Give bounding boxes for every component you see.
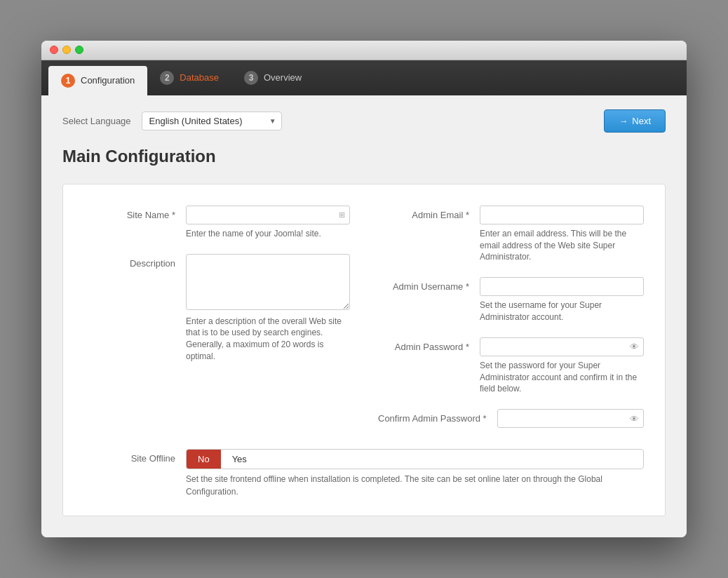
site-offline-label: Site Offline — [84, 449, 175, 464]
tab-configuration-label: Configuration — [81, 75, 135, 86]
description-textarea[interactable] — [186, 254, 350, 310]
site-name-row: Site Name * ⊞ Enter the name of your Joo… — [84, 206, 350, 240]
description-row: Description Enter a description of the o… — [84, 254, 350, 363]
password-reveal-icon[interactable]: 👁 — [630, 342, 639, 352]
admin-password-group: Admin Password * 👁 Set the password for … — [378, 337, 644, 395]
admin-email-input[interactable] — [480, 206, 644, 224]
admin-password-row: Admin Password * 👁 Set the password for … — [378, 337, 644, 395]
admin-email-label: Admin Email * — [378, 206, 469, 220]
admin-username-label: Admin Username * — [378, 277, 469, 292]
tabs-bar: 1 Configuration 2 Database 3 Overview — [41, 60, 687, 95]
form-grid: Site Name * ⊞ Enter the name of your Joo… — [84, 206, 644, 442]
confirm-password-input-wrapper: 👁 — [497, 409, 644, 428]
site-name-content: ⊞ Enter the name of your Joomla! site. — [186, 206, 350, 240]
tab-configuration[interactable]: 1 Configuration — [48, 66, 147, 95]
admin-password-input[interactable] — [480, 337, 644, 356]
confirm-password-reveal-icon[interactable]: 👁 — [630, 413, 639, 424]
close-button[interactable] — [50, 46, 58, 54]
site-name-group: Site Name * ⊞ Enter the name of your Joo… — [84, 206, 350, 240]
offline-yes-button[interactable]: Yes — [221, 450, 258, 469]
admin-password-hint: Set the password for your Super Administ… — [480, 360, 644, 395]
maximize-button[interactable] — [75, 46, 83, 54]
confirm-password-row: Confirm Admin Password * 👁 — [378, 409, 644, 428]
form-section: Site Name * ⊞ Enter the name of your Joo… — [62, 184, 666, 516]
admin-username-input[interactable] — [480, 277, 644, 296]
right-column: Admin Email * Enter an email address. Th… — [378, 206, 644, 442]
admin-password-content: 👁 Set the password for your Super Admini… — [480, 337, 644, 395]
next-arrow: → — [619, 116, 628, 126]
language-bar: Select Language English (United States) … — [62, 109, 666, 133]
offline-no-button[interactable]: No — [187, 450, 221, 469]
minimize-button[interactable] — [62, 46, 71, 54]
admin-username-hint: Set the username for your Super Administ… — [480, 300, 644, 323]
language-select-wrapper[interactable]: English (United States) — [142, 112, 282, 130]
site-name-input[interactable] — [186, 206, 350, 224]
admin-username-content: Set the username for your Super Administ… — [480, 277, 644, 323]
site-name-label: Site Name * — [84, 206, 175, 220]
traffic-lights — [50, 46, 83, 54]
tab-overview-number: 3 — [244, 71, 258, 85]
confirm-password-content: 👁 — [497, 409, 644, 428]
admin-username-row: Admin Username * Set the username for yo… — [378, 277, 644, 323]
content-area: Select Language English (United States) … — [41, 95, 687, 537]
confirm-password-label: Confirm Admin Password * — [378, 409, 487, 424]
confirm-password-input[interactable] — [497, 409, 644, 428]
site-offline-controls: No Yes Set the site frontend offline whe… — [186, 449, 644, 498]
admin-password-label: Admin Password * — [378, 337, 469, 352]
left-column: Site Name * ⊞ Enter the name of your Joo… — [84, 206, 350, 442]
language-label: Select Language — [62, 116, 131, 126]
confirm-password-group: Confirm Admin Password * 👁 — [378, 409, 644, 428]
site-name-icon: ⊞ — [339, 210, 345, 220]
next-button[interactable]: → Next — [604, 109, 666, 133]
next-label: Next — [632, 116, 651, 126]
language-select[interactable]: English (United States) — [142, 112, 282, 130]
main-window: 1 Configuration 2 Database 3 Overview Se… — [41, 41, 687, 537]
admin-email-hint: Enter an email address. This will be the… — [480, 228, 644, 263]
admin-email-group: Admin Email * Enter an email address. Th… — [378, 206, 644, 263]
page-title: Main Configuration — [62, 147, 666, 166]
tab-database-number: 2 — [160, 71, 174, 85]
tab-database[interactable]: 2 Database — [147, 60, 231, 95]
description-hint: Enter a description of the overall Web s… — [186, 316, 350, 363]
offline-toggle-group: No Yes — [186, 449, 644, 469]
admin-password-input-wrapper: 👁 — [480, 337, 644, 356]
admin-email-row: Admin Email * Enter an email address. Th… — [378, 206, 644, 263]
site-offline-section: Site Offline No Yes Set the site fronten… — [84, 449, 644, 498]
tab-configuration-number: 1 — [61, 74, 75, 88]
tab-database-label: Database — [180, 72, 219, 83]
tab-overview[interactable]: 3 Overview — [231, 60, 314, 95]
site-name-input-wrapper: ⊞ — [186, 206, 350, 224]
titlebar — [41, 41, 687, 60]
admin-username-group: Admin Username * Set the username for yo… — [378, 277, 644, 323]
admin-email-content: Enter an email address. This will be the… — [480, 206, 644, 263]
site-name-hint: Enter the name of your Joomla! site. — [186, 228, 350, 240]
description-label: Description — [84, 254, 175, 269]
tab-overview-label: Overview — [264, 72, 302, 83]
description-group: Description Enter a description of the o… — [84, 254, 350, 363]
description-content: Enter a description of the overall Web s… — [186, 254, 350, 363]
site-offline-hint: Set the site frontend offline when insta… — [186, 469, 644, 498]
